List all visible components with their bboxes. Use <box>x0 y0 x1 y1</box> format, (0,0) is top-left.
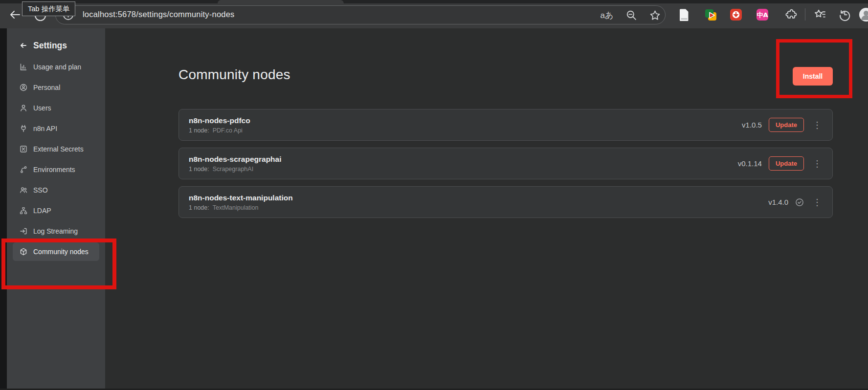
settings-sidebar: Settings Usage and plan Personal Users <box>7 28 105 390</box>
package-subtitle: 1 node:PDF.co Api <box>189 127 250 134</box>
node-count-label: 1 node: <box>189 166 209 173</box>
sidebar-item-label: LDAP <box>33 207 51 215</box>
collections-star-icon[interactable] <box>813 8 827 22</box>
package-card: n8n-nodes-scrapegraphai 1 node:Scrapegra… <box>178 148 833 179</box>
url-text[interactable]: localhost:5678/settings/community-nodes <box>83 10 234 19</box>
page-title: Community nodes <box>178 67 290 83</box>
toolbar-divider <box>805 8 805 21</box>
node-count-label: 1 node: <box>189 204 209 211</box>
node-name: PDF.co Api <box>213 127 243 134</box>
package-card: n8n-nodes-text-manipulation 1 node:TextM… <box>178 186 833 218</box>
sidebar-item-label: Users <box>33 104 51 112</box>
sidebar-title: Settings <box>33 41 67 51</box>
users-icon <box>20 186 27 194</box>
sidebar-item-label: Log Streaming <box>33 227 78 235</box>
kebab-menu-icon[interactable]: ⋮ <box>811 159 823 168</box>
window-left-gutter <box>0 28 7 390</box>
sidebar-item-environments[interactable]: Environments <box>13 160 99 179</box>
kebab-menu-icon[interactable]: ⋮ <box>811 121 823 130</box>
sidebar-item-label: External Secrets <box>33 145 84 153</box>
git-branch-icon <box>20 166 27 173</box>
back-icon[interactable] <box>8 8 22 21</box>
cube-icon <box>20 248 27 256</box>
plug-icon <box>20 125 27 132</box>
install-button[interactable]: Install <box>793 67 833 86</box>
bar-chart-icon <box>20 63 27 71</box>
sidebar-item-external-secrets[interactable]: External Secrets <box>13 140 99 158</box>
vault-icon <box>20 145 27 153</box>
tab-actions-tooltip: Tab 操作菜单 <box>22 1 75 16</box>
settings-header[interactable]: Settings <box>7 38 105 53</box>
sidebar-item-personal[interactable]: Personal <box>13 78 99 97</box>
package-version: v1.4.0 <box>768 198 788 206</box>
sitemap-icon <box>20 207 27 215</box>
sidebar-item-usage-and-plan[interactable]: Usage and plan <box>13 58 99 76</box>
bookmark-star-icon[interactable] <box>648 8 662 22</box>
active-tab[interactable] <box>218 0 344 3</box>
package-subtitle: 1 node:TextManipulation <box>189 204 293 211</box>
user-circle-icon <box>20 84 27 91</box>
package-card: n8n-nodes-pdfco 1 node:PDF.co Api v1.0.5… <box>178 109 833 141</box>
sidebar-item-log-streaming[interactable]: Log Streaming <box>13 222 99 240</box>
sidebar-item-sso[interactable]: SSO <box>13 181 99 199</box>
sidebar-item-label: Community nodes <box>33 248 89 256</box>
back-arrow-icon <box>20 42 27 49</box>
package-subtitle: 1 node:ScrapegraphAI <box>189 166 282 173</box>
sidebar-item-label: n8n API <box>33 125 57 132</box>
log-stream-icon <box>20 227 27 235</box>
node-name: ScrapegraphAI <box>213 166 253 173</box>
translate-extension-icon[interactable]: 中A <box>756 8 769 22</box>
kebab-menu-icon[interactable]: ⋮ <box>811 198 823 207</box>
community-nodes-list: n8n-nodes-pdfco 1 node:PDF.co Api v1.0.5… <box>178 109 833 218</box>
up-to-date-check-icon <box>795 198 804 207</box>
update-button[interactable]: Update <box>769 118 804 132</box>
zoom-out-icon[interactable] <box>624 8 638 22</box>
tooltip-text: Tab 操作菜单 <box>28 4 69 14</box>
package-version: v1.0.5 <box>742 121 762 129</box>
video-download-extension-icon[interactable] <box>729 8 743 22</box>
font-translate-icon[interactable]: aあ <box>600 8 614 22</box>
package-version: v0.1.14 <box>738 159 762 168</box>
extensions-puzzle-icon[interactable] <box>784 8 798 22</box>
svg-text:中A: 中A <box>757 11 768 19</box>
node-name: TextManipulation <box>213 204 259 211</box>
video-play-extension-icon[interactable] <box>704 8 717 22</box>
sidebar-item-label: Personal <box>33 84 60 91</box>
package-name: n8n-nodes-text-manipulation <box>189 194 293 202</box>
sidebar-item-community-nodes[interactable]: Community nodes <box>13 242 99 261</box>
reader-document-icon[interactable] <box>677 8 691 22</box>
sidebar-item-users[interactable]: Users <box>13 99 99 117</box>
sidebar-item-label: Environments <box>33 166 75 173</box>
browser-toolbar: localhost:5678/settings/community-nodes … <box>0 0 868 28</box>
sidebar-item-n8n-api[interactable]: n8n API <box>13 119 99 138</box>
user-icon <box>20 104 27 112</box>
update-button[interactable]: Update <box>769 156 804 171</box>
main-content: Community nodes Install n8n-nodes-pdfco … <box>105 28 868 390</box>
package-name: n8n-nodes-pdfco <box>189 116 250 125</box>
tab-strip <box>0 0 868 3</box>
sidebar-item-label: Usage and plan <box>33 63 81 71</box>
sidebar-item-label: SSO <box>33 186 48 194</box>
history-clock-icon[interactable] <box>838 8 851 22</box>
sidebar-item-ldap[interactable]: LDAP <box>13 201 99 220</box>
address-bar[interactable]: localhost:5678/settings/community-nodes … <box>55 5 666 24</box>
profile-avatar[interactable] <box>858 8 868 22</box>
package-name: n8n-nodes-scrapegraphai <box>189 155 282 164</box>
node-count-label: 1 node: <box>189 127 209 134</box>
